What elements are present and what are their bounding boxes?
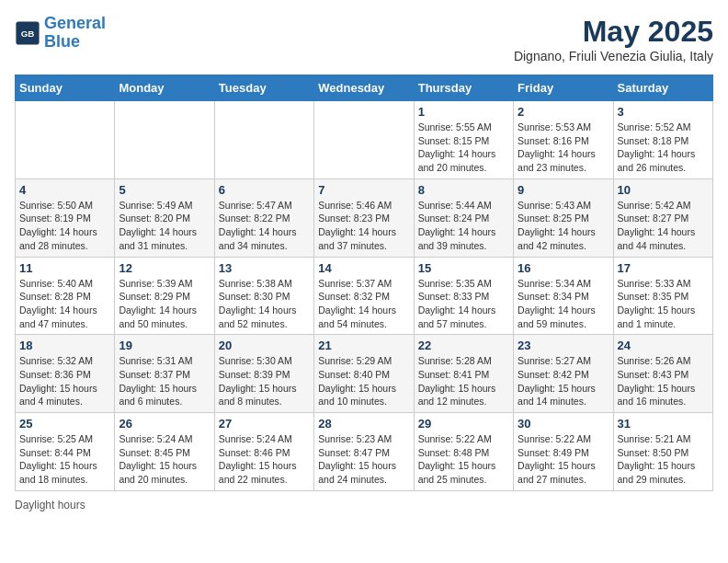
calendar-cell: 4Sunrise: 5:50 AM Sunset: 8:19 PM Daylig… — [16, 178, 115, 257]
calendar-cell: 23Sunrise: 5:27 AM Sunset: 8:42 PM Dayli… — [514, 335, 613, 413]
day-info: Sunrise: 5:23 AM Sunset: 8:47 PM Dayligh… — [318, 432, 409, 487]
day-info: Sunrise: 5:50 AM Sunset: 8:19 PM Dayligh… — [19, 199, 110, 253]
calendar-table: SundayMondayTuesdayWednesdayThursdayFrid… — [15, 75, 713, 491]
day-number: 26 — [119, 417, 210, 431]
day-info: Sunrise: 5:26 AM Sunset: 8:43 PM Dayligh… — [618, 354, 709, 408]
calendar-cell: 22Sunrise: 5:28 AM Sunset: 8:41 PM Dayli… — [414, 335, 513, 413]
calendar-cell: 31Sunrise: 5:21 AM Sunset: 8:50 PM Dayli… — [613, 413, 712, 491]
calendar-cell: 16Sunrise: 5:34 AM Sunset: 8:34 PM Dayli… — [514, 257, 613, 335]
calendar-cell: 18Sunrise: 5:32 AM Sunset: 8:36 PM Dayli… — [16, 335, 115, 413]
day-info: Sunrise: 5:52 AM Sunset: 8:18 PM Dayligh… — [618, 121, 709, 175]
day-number: 24 — [618, 339, 709, 352]
day-info: Sunrise: 5:34 AM Sunset: 8:34 PM Dayligh… — [518, 277, 609, 331]
calendar-cell: 28Sunrise: 5:23 AM Sunset: 8:47 PM Dayli… — [314, 413, 414, 491]
day-number: 16 — [518, 261, 609, 275]
calendar-cell: 13Sunrise: 5:38 AM Sunset: 8:30 PM Dayli… — [214, 257, 313, 335]
day-number: 9 — [518, 183, 609, 197]
calendar-body: 1Sunrise: 5:55 AM Sunset: 8:15 PM Daylig… — [16, 101, 713, 491]
day-number: 22 — [418, 339, 509, 352]
day-info: Sunrise: 5:40 AM Sunset: 8:28 PM Dayligh… — [19, 277, 110, 331]
day-info: Sunrise: 5:24 AM Sunset: 8:45 PM Dayligh… — [119, 432, 210, 487]
day-number: 8 — [418, 183, 509, 197]
day-info: Sunrise: 5:30 AM Sunset: 8:39 PM Dayligh… — [219, 354, 310, 408]
page-subtitle: Dignano, Friuli Venezia Giulia, Italy — [514, 49, 713, 63]
calendar-cell: 6Sunrise: 5:47 AM Sunset: 8:22 PM Daylig… — [214, 178, 313, 257]
day-number: 5 — [119, 183, 210, 197]
calendar-cell: 15Sunrise: 5:35 AM Sunset: 8:33 PM Dayli… — [414, 257, 513, 335]
calendar-cell: 11Sunrise: 5:40 AM Sunset: 8:28 PM Dayli… — [16, 257, 115, 335]
weekday-header-tuesday: Tuesday — [214, 75, 313, 101]
day-info: Sunrise: 5:55 AM Sunset: 8:15 PM Dayligh… — [418, 121, 509, 175]
day-number: 31 — [618, 417, 709, 431]
calendar-cell: 2Sunrise: 5:53 AM Sunset: 8:16 PM Daylig… — [514, 101, 613, 179]
calendar-cell: 24Sunrise: 5:26 AM Sunset: 8:43 PM Dayli… — [613, 335, 712, 413]
calendar-cell: 30Sunrise: 5:22 AM Sunset: 8:49 PM Dayli… — [514, 413, 613, 491]
day-info: Sunrise: 5:21 AM Sunset: 8:50 PM Dayligh… — [618, 432, 709, 487]
day-number: 25 — [19, 417, 110, 431]
calendar-cell: 7Sunrise: 5:46 AM Sunset: 8:23 PM Daylig… — [314, 178, 414, 257]
calendar-cell: 26Sunrise: 5:24 AM Sunset: 8:45 PM Dayli… — [115, 413, 214, 491]
calendar-header: SundayMondayTuesdayWednesdayThursdayFrid… — [16, 75, 713, 101]
day-info: Sunrise: 5:44 AM Sunset: 8:24 PM Dayligh… — [418, 199, 509, 253]
calendar-cell: 19Sunrise: 5:31 AM Sunset: 8:37 PM Dayli… — [115, 335, 214, 413]
day-info: Sunrise: 5:32 AM Sunset: 8:36 PM Dayligh… — [19, 354, 110, 408]
calendar-cell: 27Sunrise: 5:24 AM Sunset: 8:46 PM Dayli… — [214, 413, 313, 491]
day-info: Sunrise: 5:43 AM Sunset: 8:25 PM Dayligh… — [518, 199, 609, 253]
day-number: 27 — [219, 417, 310, 431]
day-info: Sunrise: 5:53 AM Sunset: 8:16 PM Dayligh… — [518, 121, 609, 175]
week-row-4: 18Sunrise: 5:32 AM Sunset: 8:36 PM Dayli… — [16, 335, 713, 413]
svg-text:GB: GB — [21, 29, 35, 39]
calendar-cell: 3Sunrise: 5:52 AM Sunset: 8:18 PM Daylig… — [613, 101, 712, 179]
day-number: 15 — [418, 261, 509, 275]
day-number: 30 — [518, 417, 609, 431]
week-row-1: 1Sunrise: 5:55 AM Sunset: 8:15 PM Daylig… — [16, 101, 713, 179]
calendar-cell: 14Sunrise: 5:37 AM Sunset: 8:32 PM Dayli… — [314, 257, 414, 335]
day-info: Sunrise: 5:39 AM Sunset: 8:29 PM Dayligh… — [119, 277, 210, 331]
day-number: 20 — [219, 339, 310, 352]
week-row-2: 4Sunrise: 5:50 AM Sunset: 8:19 PM Daylig… — [16, 178, 713, 257]
weekday-header-wednesday: Wednesday — [314, 75, 414, 101]
calendar-cell — [214, 101, 313, 179]
day-number: 17 — [618, 261, 709, 275]
day-info: Sunrise: 5:24 AM Sunset: 8:46 PM Dayligh… — [219, 432, 310, 487]
day-number: 19 — [119, 339, 210, 352]
day-info: Sunrise: 5:33 AM Sunset: 8:35 PM Dayligh… — [618, 277, 709, 331]
day-info: Sunrise: 5:31 AM Sunset: 8:37 PM Dayligh… — [119, 354, 210, 408]
weekday-header-thursday: Thursday — [414, 75, 513, 101]
day-number: 23 — [518, 339, 609, 352]
calendar-cell: 1Sunrise: 5:55 AM Sunset: 8:15 PM Daylig… — [414, 101, 513, 179]
calendar-cell — [115, 101, 214, 179]
calendar-cell: 10Sunrise: 5:42 AM Sunset: 8:27 PM Dayli… — [613, 178, 712, 257]
day-info: Sunrise: 5:27 AM Sunset: 8:42 PM Dayligh… — [518, 354, 609, 408]
day-number: 10 — [618, 183, 709, 197]
calendar-cell: 5Sunrise: 5:49 AM Sunset: 8:20 PM Daylig… — [115, 178, 214, 257]
calendar-cell: 29Sunrise: 5:22 AM Sunset: 8:48 PM Dayli… — [414, 413, 513, 491]
day-info: Sunrise: 5:46 AM Sunset: 8:23 PM Dayligh… — [318, 199, 409, 253]
week-row-5: 25Sunrise: 5:25 AM Sunset: 8:44 PM Dayli… — [16, 413, 713, 491]
day-info: Sunrise: 5:35 AM Sunset: 8:33 PM Dayligh… — [418, 277, 509, 331]
day-number: 3 — [618, 105, 709, 119]
calendar-cell: 21Sunrise: 5:29 AM Sunset: 8:40 PM Dayli… — [314, 335, 414, 413]
week-row-3: 11Sunrise: 5:40 AM Sunset: 8:28 PM Dayli… — [16, 257, 713, 335]
day-number: 18 — [19, 339, 110, 352]
day-info: Sunrise: 5:47 AM Sunset: 8:22 PM Dayligh… — [219, 199, 310, 253]
day-info: Sunrise: 5:22 AM Sunset: 8:48 PM Dayligh… — [418, 432, 509, 487]
day-number: 13 — [219, 261, 310, 275]
day-number: 28 — [318, 417, 409, 431]
day-number: 12 — [119, 261, 210, 275]
calendar-cell — [314, 101, 414, 179]
day-info: Sunrise: 5:38 AM Sunset: 8:30 PM Dayligh… — [219, 277, 310, 331]
calendar-cell: 9Sunrise: 5:43 AM Sunset: 8:25 PM Daylig… — [514, 178, 613, 257]
day-number: 29 — [418, 417, 509, 431]
day-info: Sunrise: 5:28 AM Sunset: 8:41 PM Dayligh… — [418, 354, 509, 408]
calendar-cell: 8Sunrise: 5:44 AM Sunset: 8:24 PM Daylig… — [414, 178, 513, 257]
day-number: 14 — [318, 261, 409, 275]
header: GB General Blue May 2025 Dignano, Friuli… — [15, 15, 713, 63]
day-info: Sunrise: 5:29 AM Sunset: 8:40 PM Dayligh… — [318, 354, 409, 408]
weekday-header-saturday: Saturday — [613, 75, 712, 101]
logo: GB General Blue — [15, 15, 106, 52]
day-number: 21 — [318, 339, 409, 352]
day-info: Sunrise: 5:42 AM Sunset: 8:27 PM Dayligh… — [618, 199, 709, 253]
calendar-cell: 20Sunrise: 5:30 AM Sunset: 8:39 PM Dayli… — [214, 335, 313, 413]
day-number: 6 — [219, 183, 310, 197]
